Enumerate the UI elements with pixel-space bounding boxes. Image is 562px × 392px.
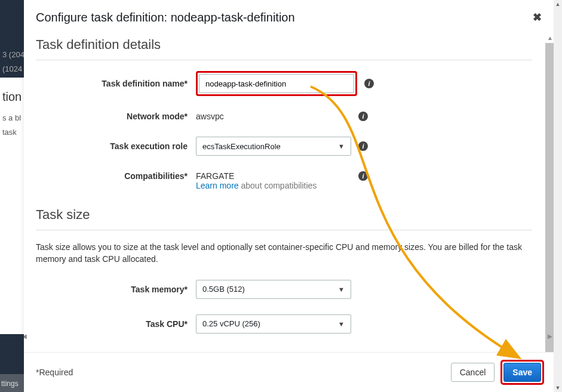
select-value: 0.25 vCPU (256) — [202, 319, 260, 328]
info-icon[interactable]: i — [364, 79, 374, 88]
scroll-down-arrow-icon[interactable]: ▼ — [554, 384, 562, 392]
inner-scrollbar-thumb[interactable] — [545, 43, 554, 352]
divider — [36, 230, 532, 230]
network-mode-value: awsvpc — [196, 112, 351, 121]
scroll-left-arrow-icon[interactable]: ◀ — [24, 332, 29, 341]
obscured-text: tion — [0, 89, 24, 104]
compatibilities-value: FARGATE — [196, 171, 351, 181]
row-task-execution-role: Task execution role ecsTaskExecutionRole… — [36, 137, 532, 156]
task-size-description: Task size allows you to size at the task… — [36, 241, 532, 266]
label-network-mode: Network mode* — [36, 112, 196, 121]
modal-body: Task definition details Task definition … — [24, 33, 544, 352]
task-cpu-select[interactable]: 0.25 vCPU (256) ▼ — [196, 314, 351, 334]
chevron-down-icon: ▼ — [338, 320, 345, 328]
learn-more-row: Learn more about compatibilities — [36, 181, 532, 190]
close-icon[interactable]: ✖ — [530, 8, 544, 26]
cancel-button[interactable]: Cancel — [451, 363, 495, 382]
chevron-down-icon: ▼ — [338, 143, 345, 150]
row-task-definition-name: Task definition name* i — [36, 71, 532, 96]
label-task-definition-name: Task definition name* — [36, 79, 196, 88]
divider — [36, 60, 532, 60]
learn-more-suffix: about compatibilities — [239, 181, 317, 190]
label-task-memory: Task memory* — [36, 285, 196, 294]
save-button[interactable]: Save — [503, 363, 541, 382]
label-task-cpu: Task CPU* — [36, 319, 196, 329]
obscured-text: (1024 — [0, 62, 24, 76]
required-note: *Required — [36, 368, 73, 377]
highlight-box — [196, 71, 357, 96]
highlight-box: Save — [500, 360, 544, 385]
configure-task-modal: Configure task definition: nodeapp-task-… — [24, 0, 556, 392]
obscured-text: 3 (204 — [0, 48, 24, 62]
learn-more-link[interactable]: Learn more — [196, 181, 239, 190]
modal-title: Configure task definition: nodeapp-task-… — [36, 11, 295, 24]
task-definition-name-input[interactable] — [199, 74, 354, 93]
task-memory-select[interactable]: 0.5GB (512) ▼ — [196, 280, 351, 299]
modal-header: Configure task definition: nodeapp-task-… — [24, 0, 556, 33]
label-compatibilities: Compatibilities* — [36, 171, 196, 181]
info-icon[interactable]: i — [358, 141, 368, 151]
section-title-size: Task size — [36, 207, 532, 225]
modal-footer: *Required Cancel Save — [24, 352, 556, 392]
section-title-details: Task definition details — [36, 37, 532, 55]
row-task-cpu: Task CPU* 0.25 vCPU (256) ▼ — [36, 314, 532, 334]
info-icon[interactable]: i — [358, 112, 368, 121]
row-compatibilities: Compatibilities* FARGATE i — [36, 171, 532, 181]
footer-buttons: Cancel Save — [451, 360, 544, 385]
info-icon[interactable]: i — [358, 171, 368, 181]
row-network-mode: Network mode* awsvpc i — [36, 112, 532, 121]
obscured-text: task — [0, 125, 24, 140]
obscured-footer: ttings — [0, 374, 24, 392]
scroll-up-arrow-icon[interactable]: ▲ — [554, 0, 562, 8]
outer-scrollbar-track: ▲ ▼ — [554, 0, 562, 392]
select-value: 0.5GB (512) — [202, 285, 245, 294]
row-task-memory: Task memory* 0.5GB (512) ▼ — [36, 280, 532, 299]
chevron-down-icon: ▼ — [338, 286, 345, 293]
obscured-text: s a bl — [0, 111, 24, 125]
background-obscured: 3 (204 (1024 tion s a bl task ttings — [0, 0, 24, 392]
task-execution-role-select[interactable]: ecsTaskExecutionRole ▼ — [196, 137, 351, 156]
select-value: ecsTaskExecutionRole — [202, 142, 281, 151]
label-task-execution-role: Task execution role — [36, 141, 196, 151]
